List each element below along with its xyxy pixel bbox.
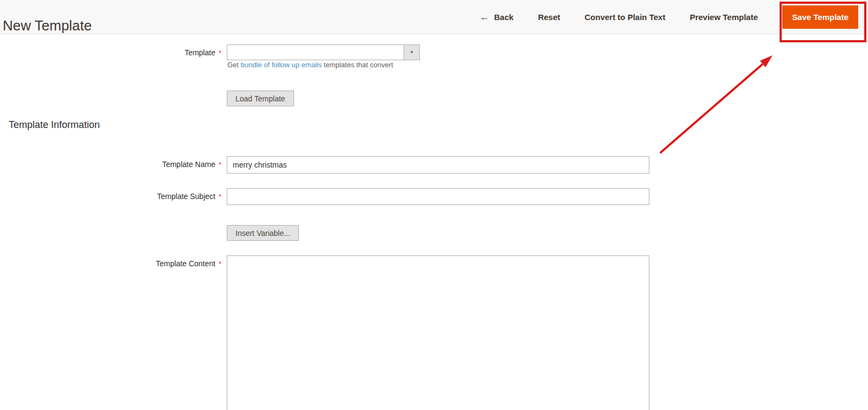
select-dropdown-button[interactable]: ▼ (404, 45, 419, 60)
template-select[interactable]: ▼ (227, 44, 420, 60)
template-subject-label: Template Subject* (0, 188, 221, 205)
template-content-row: Template Content* (0, 255, 868, 410)
template-content-label: Template Content* (0, 255, 221, 410)
template-subject-input[interactable] (227, 188, 649, 205)
reset-button[interactable]: Reset (538, 12, 560, 22)
preview-template-button[interactable]: Preview Template (690, 12, 758, 22)
follow-up-emails-link[interactable]: bundle of follow up emails (241, 61, 322, 69)
template-subject-row: Template Subject* (0, 188, 868, 205)
template-label: Template* (0, 44, 221, 60)
back-button[interactable]: ← Back (480, 12, 514, 22)
note-suffix: templates that convert (322, 61, 393, 69)
page: New Template ← Back Reset Convert to Pla… (0, 0, 868, 410)
page-header: New Template ← Back Reset Convert to Pla… (0, 0, 868, 34)
required-asterisk: * (219, 49, 221, 57)
template-row: Template* ▼ (0, 44, 868, 60)
caret-down-icon: ▼ (410, 50, 414, 55)
required-asterisk: * (219, 193, 221, 201)
required-asterisk: * (219, 161, 221, 169)
template-note: Get bundle of follow up emails templates… (227, 61, 393, 69)
template-name-input[interactable] (227, 156, 649, 174)
template-content-textarea[interactable] (227, 255, 649, 410)
load-template-button[interactable]: Load Template (227, 91, 294, 106)
template-name-label: Template Name* (0, 156, 221, 174)
save-template-button[interactable]: Save Template (782, 5, 858, 29)
insert-variable-button[interactable]: Insert Variable... (227, 225, 299, 241)
arrow-left-icon: ← (480, 12, 489, 22)
note-prefix: Get (227, 61, 241, 69)
section-title: Template Information (9, 119, 100, 131)
header-actions: ← Back Reset Convert to Plain Text Previ… (480, 0, 858, 34)
page-title: New Template (3, 17, 92, 34)
required-asterisk: * (219, 260, 221, 268)
back-button-label: Back (494, 12, 514, 22)
convert-to-plain-text-button[interactable]: Convert to Plain Text (585, 12, 666, 22)
template-name-row: Template Name* (0, 156, 868, 174)
